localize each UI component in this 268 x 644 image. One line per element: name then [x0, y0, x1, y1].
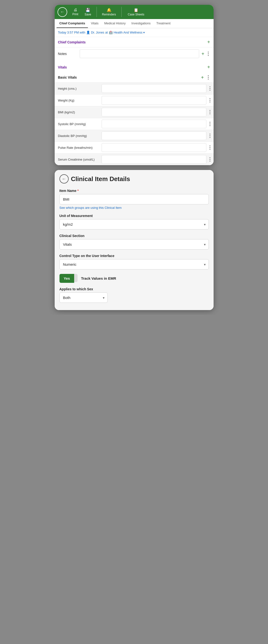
notes-input[interactable] — [80, 50, 199, 58]
item-name-group: Item Name * See which groups are using t… — [59, 189, 209, 210]
vital-row-systolic-bp: Systolic BP (mmHg) — [55, 118, 214, 130]
print-icon: 🖨 — [73, 8, 77, 12]
systolic-bp-input[interactable] — [102, 120, 206, 128]
pulse-rate-input[interactable] — [102, 143, 206, 152]
clinic-icon: 🏥 — [109, 30, 113, 34]
see-groups-link[interactable]: See which groups are using this Clinical… — [59, 206, 209, 210]
print-button[interactable]: 🖨 Print — [70, 7, 81, 17]
appointment-bar: Today 3:57 PM with 👤 Dr. Jones at 🏥 Heal… — [55, 28, 214, 37]
toolbar-back-button[interactable]: ← — [57, 7, 67, 17]
basic-vitals-header: Basic Vitals + — [55, 72, 214, 82]
clinical-section-select[interactable]: Vitals Basic Vitals Other — [60, 240, 209, 249]
basic-vitals-add-button[interactable]: + — [201, 75, 204, 80]
unit-measurement-group: Unit of Measurement kg/m2 lb/in2 ▾ — [59, 214, 209, 230]
systolic-bp-label: Systolic BP (mmHg) — [55, 119, 102, 129]
height-menu-button[interactable] — [206, 85, 214, 92]
save-icon: 💾 — [85, 8, 90, 12]
notes-actions: + — [202, 51, 210, 57]
notes-label: Notes — [58, 52, 77, 56]
print-label: Print — [72, 12, 78, 16]
chief-complaints-section-title: Chief Complaints — [58, 40, 86, 44]
vital-row-serum-creatinine: Serum Creatinine (umol/L) — [55, 153, 214, 165]
case-sheets-label: Case Sheets — [128, 13, 144, 16]
basic-vitals-menu-button[interactable] — [206, 74, 210, 80]
tab-chief-complaints[interactable]: Chief Complaints — [57, 19, 88, 28]
detail-back-icon: ← — [62, 176, 66, 182]
tab-investigations[interactable]: Investigations — [129, 19, 154, 28]
clinical-section-label: Clinical Section — [59, 234, 209, 238]
systolic-bp-menu-button[interactable] — [206, 121, 214, 127]
serum-creatinine-input[interactable] — [102, 155, 206, 164]
vital-row-pulse-rate: Pulse Rate (breaths/min) — [55, 142, 214, 153]
basic-vitals-title: Basic Vitals — [58, 76, 77, 79]
reminders-button[interactable]: 🔔 Reminders — [100, 7, 118, 17]
save-button[interactable]: 💾 Save — [82, 7, 93, 17]
height-label: Height (cms.) — [55, 84, 102, 93]
item-name-label: Item Name — [59, 189, 77, 193]
detail-back-button[interactable]: ← — [59, 174, 69, 184]
reminders-label: Reminders — [102, 13, 116, 16]
weight-label: Weight (Kg) — [55, 96, 102, 105]
detail-title: Clinical Item Details — [71, 175, 130, 183]
back-icon: ← — [60, 10, 64, 14]
case-sheets-icon: 📋 — [134, 8, 138, 12]
reminders-icon: 🔔 — [107, 8, 111, 12]
unit-measurement-select-wrapper: kg/m2 lb/in2 ▾ — [59, 219, 209, 230]
serum-creatinine-menu-button[interactable] — [206, 156, 214, 162]
toggle-slider[interactable] — [74, 274, 77, 282]
weight-menu-button[interactable] — [206, 97, 214, 104]
diastolic-bp-menu-button[interactable] — [206, 132, 214, 139]
clinic-name[interactable]: Health And Wellness — [114, 30, 143, 34]
pulse-rate-menu-button[interactable] — [206, 144, 214, 151]
item-name-label-row: Item Name * — [59, 189, 209, 193]
control-type-label: Control Type on the User Interface — [59, 254, 209, 258]
appointment-chevron-icon[interactable]: ▾ — [143, 31, 145, 34]
case-sheets-button[interactable]: 📋 Case Sheets — [124, 7, 148, 17]
doctor-icon: 👤 — [86, 30, 90, 34]
applies-sex-group: Applies to which Sex Both Male Female ▾ — [59, 287, 209, 303]
diastolic-bp-label: Diastolic BP (mmHg) — [55, 131, 102, 140]
applies-sex-select[interactable]: Both Male Female — [60, 293, 107, 302]
track-values-label: Track Values in EMR — [81, 276, 116, 280]
appointment-prefix: Today 3:57 PM with — [58, 30, 85, 34]
applies-sex-select-wrapper: Both Male Female ▾ — [59, 292, 108, 303]
item-name-input[interactable] — [59, 194, 209, 204]
required-star: * — [77, 189, 78, 193]
height-input[interactable] — [102, 84, 206, 93]
track-values-row: Yes Track Values in EMR — [59, 274, 209, 283]
basic-vitals-actions: + — [201, 74, 210, 80]
vitals-add-button[interactable]: + — [207, 64, 210, 70]
notes-add-button[interactable]: + — [202, 51, 204, 57]
notes-row: Notes + — [55, 47, 214, 60]
case-sheets-card: ← 🖨 Print 💾 Save 🔔 Reminders 📋 Case Shee… — [55, 5, 214, 165]
vital-row-bmi: BMI (kg/m2) — [55, 106, 214, 118]
control-type-select[interactable]: Numeric Text Dropdown — [60, 260, 209, 269]
track-yes-button[interactable]: Yes — [59, 274, 74, 283]
toolbar: ← 🖨 Print 💾 Save 🔔 Reminders 📋 Case Shee… — [55, 5, 214, 19]
bmi-input[interactable] — [102, 108, 206, 116]
save-label: Save — [84, 13, 91, 16]
tab-medical-history[interactable]: Medical History — [101, 19, 129, 28]
chief-complaints-section-header: Chief Complaints + — [55, 37, 214, 47]
weight-input[interactable] — [102, 96, 206, 105]
clinical-section-group: Clinical Section Vitals Basic Vitals Oth… — [59, 234, 209, 250]
tab-vitals[interactable]: Vitals — [88, 19, 101, 28]
bmi-menu-button[interactable] — [206, 109, 214, 115]
serum-creatinine-label: Serum Creatinine (umol/L) — [55, 155, 102, 164]
vital-row-weight: Weight (Kg) — [55, 94, 214, 106]
tabs-row: Chief Complaints Vitals Medical History … — [55, 19, 214, 28]
notes-menu-button[interactable] — [206, 51, 210, 57]
track-values-toggle[interactable]: Yes — [59, 274, 78, 283]
detail-body: Item Name * See which groups are using t… — [55, 186, 214, 310]
vital-row-height: Height (cms.) — [55, 82, 214, 94]
chief-complaints-add-button[interactable]: + — [207, 39, 210, 45]
appointment-at: at — [105, 30, 108, 34]
bmi-label: BMI (kg/m2) — [55, 108, 102, 117]
doctor-name[interactable]: Dr. Jones — [91, 30, 104, 34]
unit-measurement-label: Unit of Measurement — [59, 214, 209, 218]
diastolic-bp-input[interactable] — [102, 132, 206, 140]
toolbar-divider-2 — [121, 7, 122, 17]
toolbar-divider — [97, 7, 97, 17]
unit-measurement-select[interactable]: kg/m2 lb/in2 — [60, 220, 209, 229]
tab-treatment[interactable]: Treatment — [153, 19, 173, 28]
